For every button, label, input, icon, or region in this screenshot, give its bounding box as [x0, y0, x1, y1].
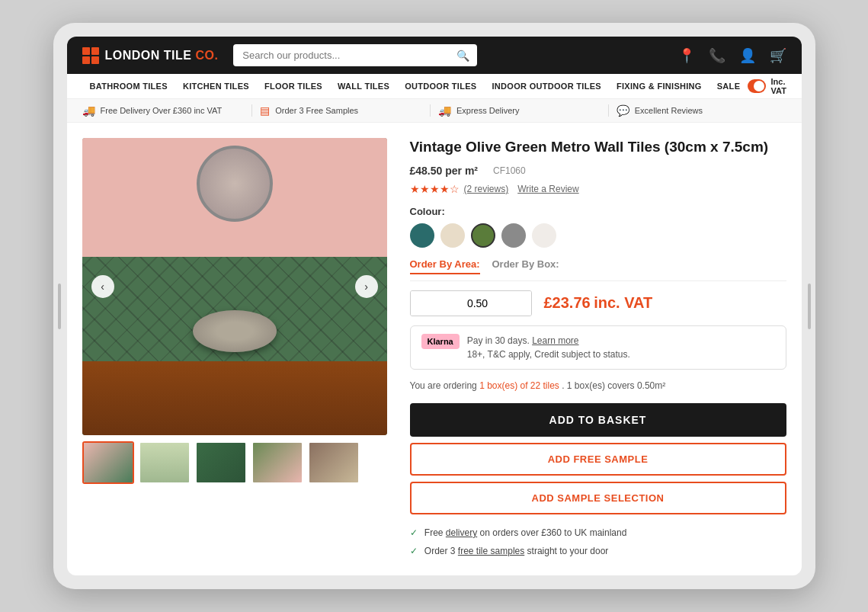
image-gallery: ‹ ›	[82, 138, 387, 560]
nav-item-wall[interactable]: WALL TILES	[330, 74, 397, 98]
express-icon: 🚚	[438, 104, 451, 117]
colour-label: Colour:	[410, 206, 786, 217]
info-delivery: 🚚 Free Delivery Over £360 inc VAT	[82, 104, 253, 117]
quantity-input-wrap: m²	[410, 290, 532, 316]
colour-swatch-teal[interactable]	[410, 223, 434, 248]
countertop	[82, 361, 387, 436]
total-price-display: £23.76 inc. VAT	[544, 294, 653, 312]
vat-toggle: Inc. VAT	[748, 77, 793, 95]
product-details: Vintage Olive Green Metro Wall Tiles (30…	[410, 138, 786, 560]
delivery-line-2: ✓ Order 3 free tile samples straight to …	[410, 542, 786, 560]
image-next-button[interactable]: ›	[355, 275, 378, 298]
nav-item-bathroom[interactable]: BATHROOM TILES	[82, 74, 175, 98]
sink	[193, 310, 277, 352]
product-price: £48.50 per m²	[410, 165, 479, 177]
phone-icon[interactable]: 📞	[709, 47, 725, 64]
inc-vat-label: inc. VAT	[594, 294, 652, 311]
samples-icon: ▤	[260, 104, 270, 117]
check-icon-1: ✓	[410, 527, 418, 538]
search-input[interactable]	[233, 44, 477, 66]
nav-item-kitchen[interactable]: KITCHEN TILES	[175, 74, 257, 98]
klarna-learn-more[interactable]: Learn more	[532, 335, 578, 346]
price-sku-row: £48.50 per m² CF1060	[410, 165, 786, 177]
thumbnails	[82, 441, 387, 484]
user-icon[interactable]: 👤	[739, 47, 756, 64]
total-price: £23.76	[544, 294, 591, 311]
delivery-icon: 🚚	[82, 104, 95, 117]
order-tabs: Order By Area: Order By Box:	[410, 258, 786, 281]
colour-swatches	[410, 223, 786, 248]
info-samples: ▤ Order 3 Free Samples	[252, 104, 431, 117]
klarna-info: Pay in 30 days. Learn more 18+, T&C appl…	[467, 334, 630, 361]
nav-bar: BATHROOM TILES KITCHEN TILES FLOOR TILES…	[67, 74, 802, 99]
basket-icon[interactable]: 🛒	[770, 47, 786, 64]
reviews-icon: 💬	[617, 104, 629, 117]
info-bar: 🚚 Free Delivery Over £360 inc VAT ▤ Orde…	[67, 99, 802, 123]
vat-toggle-switch[interactable]	[748, 79, 766, 93]
main-product-image: ‹ ›	[82, 138, 387, 435]
delivery-info: ✓ Free delivery on orders over £360 to U…	[410, 524, 786, 560]
colour-swatch-white[interactable]	[532, 223, 556, 248]
write-review-link[interactable]: Write a Review	[517, 184, 578, 194]
nav-item-fixing[interactable]: FIXING & FINISHING	[609, 74, 709, 98]
location-icon[interactable]: 📍	[678, 47, 695, 64]
quantity-row: m² £23.76 inc. VAT	[410, 290, 786, 316]
mirror	[197, 146, 273, 222]
thumbnail-3[interactable]	[195, 441, 247, 484]
thumbnail-4[interactable]	[251, 441, 303, 484]
tablet-frame: LONDON TILE CO. 🔍 📍 📞 👤 🛒 BATHROOM TILES…	[53, 23, 815, 589]
image-prev-button[interactable]: ‹	[91, 275, 114, 298]
vat-label: Inc. VAT	[770, 77, 793, 95]
colour-section: Colour:	[410, 206, 786, 248]
search-icon: 🔍	[456, 50, 469, 62]
review-count[interactable]: (2 reviews)	[464, 184, 509, 194]
add-to-basket-button[interactable]: ADD TO BASKET	[410, 403, 786, 437]
search-bar: 🔍	[233, 44, 477, 66]
quantity-input[interactable]	[411, 291, 532, 316]
header-icons: 📍 📞 👤 🛒	[678, 47, 786, 64]
bathroom-scene	[82, 138, 387, 435]
product-title: Vintage Olive Green Metro Wall Tiles (30…	[410, 138, 786, 157]
screen: LONDON TILE CO. 🔍 📍 📞 👤 🛒 BATHROOM TILES…	[67, 37, 802, 575]
wallpaper	[82, 138, 387, 272]
tab-order-by-box[interactable]: Order By Box:	[492, 258, 559, 274]
order-info: You are ordering 1 box(es) of 22 tiles .…	[410, 379, 786, 393]
nav-item-floor[interactable]: FLOOR TILES	[257, 74, 330, 98]
tab-order-by-area[interactable]: Order By Area:	[410, 258, 480, 274]
nav-item-indoor-outdoor[interactable]: INDOOR OUTDOOR TILES	[484, 74, 609, 98]
check-icon-2: ✓	[410, 546, 418, 556]
logo-icon	[82, 47, 99, 64]
klarna-box: Klarna Pay in 30 days. Learn more 18+, T…	[410, 325, 786, 370]
thumbnail-5[interactable]	[308, 441, 360, 484]
nav-items: BATHROOM TILES KITCHEN TILES FLOOR TILES…	[82, 74, 748, 98]
info-express: 🚚 Express Delivery	[431, 104, 609, 117]
nav-right: Inc. VAT	[748, 77, 793, 95]
logo-area: LONDON TILE CO.	[82, 47, 219, 64]
thumbnail-1[interactable]	[82, 441, 134, 484]
logo-text: LONDON TILE CO.	[105, 49, 219, 62]
add-sample-selection-button[interactable]: ADD SAMPLE SELECTION	[410, 482, 786, 514]
nav-item-sale[interactable]: SALE	[709, 74, 748, 98]
nav-item-outdoor[interactable]: OUTDOOR TILES	[397, 74, 484, 98]
header: LONDON TILE CO. 🔍 📍 📞 👤 🛒	[67, 37, 802, 74]
colour-swatch-olive[interactable]	[471, 223, 495, 248]
product-sku: CF1060	[493, 165, 526, 176]
rating-row: ★★★★☆ (2 reviews) Write a Review	[410, 183, 786, 195]
colour-swatch-grey[interactable]	[501, 223, 526, 248]
info-reviews: 💬 Excellent Reviews	[609, 104, 786, 117]
klarna-badge: Klarna	[421, 334, 460, 349]
main-content: ‹ ›	[67, 123, 802, 575]
add-free-sample-button[interactable]: ADD FREE SAMPLE	[410, 443, 786, 476]
colour-swatch-cream[interactable]	[440, 223, 465, 248]
delivery-line-1: ✓ Free delivery on orders over £360 to U…	[410, 524, 786, 542]
thumbnail-2[interactable]	[139, 441, 191, 484]
star-rating: ★★★★☆	[410, 183, 460, 195]
